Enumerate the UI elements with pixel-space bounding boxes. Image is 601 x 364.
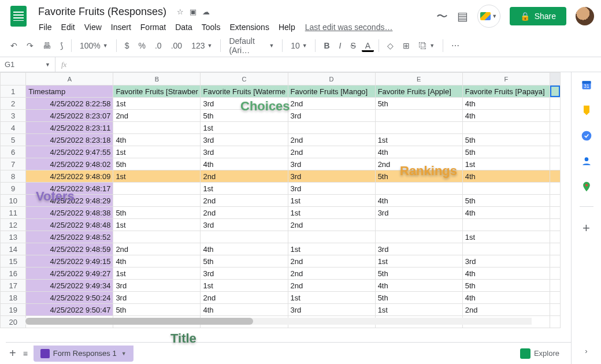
cell[interactable]: 4th xyxy=(462,207,550,219)
cell[interactable]: 4/25/2022 9:49:34 xyxy=(26,280,113,292)
col-header-C[interactable]: C xyxy=(201,73,288,86)
borders-button[interactable]: ⊞ xyxy=(399,39,413,53)
bold-button[interactable]: B xyxy=(320,39,333,53)
cell[interactable] xyxy=(462,122,550,134)
menu-file[interactable]: File xyxy=(35,20,56,34)
cell[interactable]: 4/25/2022 9:48:52 xyxy=(26,231,113,243)
more-toolbar-button[interactable]: ⋯ xyxy=(448,39,463,53)
cell[interactable]: 4/25/2022 9:50:47 xyxy=(26,304,113,316)
cell[interactable]: 3rd xyxy=(288,170,375,183)
name-box[interactable]: G1▼ xyxy=(0,57,55,72)
row-header-18[interactable]: 18 xyxy=(1,292,26,304)
account-avatar[interactable] xyxy=(576,7,594,25)
increase-decimal-button[interactable]: .00 xyxy=(168,39,186,53)
cell[interactable]: 3rd xyxy=(201,146,288,158)
col-header-B[interactable]: B xyxy=(113,73,201,86)
cell[interactable]: 2nd xyxy=(113,110,201,122)
cell[interactable]: 4/25/2022 8:23:07 xyxy=(26,110,113,122)
cell[interactable]: 2nd xyxy=(288,219,375,231)
cell[interactable]: 4/25/2022 9:48:59 xyxy=(26,243,113,255)
menu-format[interactable]: Format xyxy=(136,20,170,34)
row-header-5[interactable]: 5 xyxy=(1,134,26,146)
cell[interactable]: 2nd xyxy=(288,280,375,292)
cell[interactable]: 1st xyxy=(288,243,375,255)
col-header-A[interactable]: A xyxy=(26,73,113,86)
row-header-1[interactable]: 1 xyxy=(1,86,26,98)
italic-button[interactable]: I xyxy=(336,39,345,53)
meet-button[interactable]: ▼ xyxy=(477,5,500,28)
sheet-tab[interactable]: Form Responses 1 ▼ xyxy=(34,346,133,362)
maps-icon[interactable] xyxy=(581,181,592,192)
cell[interactable]: 3rd xyxy=(201,219,288,231)
cell[interactable] xyxy=(113,195,201,207)
cell[interactable]: 4/25/2022 8:22:58 xyxy=(26,98,113,110)
cell[interactable]: 4th xyxy=(201,304,288,316)
cell[interactable]: 2nd xyxy=(201,292,288,304)
cell[interactable] xyxy=(113,183,201,195)
cell[interactable]: 1st xyxy=(462,158,550,170)
row-header-14[interactable]: 14 xyxy=(1,243,26,255)
collapse-panel-icon[interactable]: › xyxy=(585,347,587,355)
cell[interactable]: 5th xyxy=(462,280,550,292)
cell[interactable]: 1st xyxy=(462,231,550,243)
cell[interactable]: 3rd xyxy=(201,134,288,146)
currency-button[interactable]: $ xyxy=(121,39,133,53)
row-header-11[interactable]: 11 xyxy=(1,207,26,219)
cell[interactable]: 4th xyxy=(201,243,288,255)
cell[interactable]: 5th xyxy=(113,158,201,170)
col-header-E[interactable]: E xyxy=(375,73,462,86)
cell[interactable]: Timestamp xyxy=(26,86,113,98)
cell[interactable]: 3rd xyxy=(462,255,550,268)
cell[interactable]: Favorite Fruits [Papaya] xyxy=(462,86,550,98)
calendar-icon[interactable]: 31 xyxy=(581,79,592,91)
cell[interactable]: 4/25/2022 9:47:55 xyxy=(26,146,113,158)
row-header-4[interactable]: 4 xyxy=(1,122,26,134)
font-size-select[interactable]: 10▼ xyxy=(287,39,310,53)
cell[interactable]: 1st xyxy=(201,183,288,195)
paint-format-button[interactable]: ⟆ xyxy=(57,39,66,53)
cell[interactable] xyxy=(375,183,462,195)
cell[interactable]: 4th xyxy=(462,268,550,280)
spreadsheet-grid[interactable]: ABCDEF1TimestampFavorite Fruits [Strawbe… xyxy=(0,72,561,328)
cell[interactable]: 1st xyxy=(201,122,288,134)
cell[interactable]: 5th xyxy=(113,207,201,219)
row-header-10[interactable]: 10 xyxy=(1,195,26,207)
row-header-20[interactable]: 20 xyxy=(1,316,26,328)
cell[interactable]: 1st xyxy=(375,304,462,316)
horizontal-scrollbar[interactable] xyxy=(25,318,532,325)
cell[interactable] xyxy=(462,219,550,231)
add-sheet-button[interactable]: + xyxy=(6,344,20,362)
cell[interactable]: 1st xyxy=(113,146,201,158)
cell[interactable]: 3rd xyxy=(201,268,288,280)
cell[interactable]: 4/25/2022 9:49:15 xyxy=(26,255,113,268)
cell[interactable]: 3rd xyxy=(288,110,375,122)
menu-extensions[interactable]: Extensions xyxy=(225,20,273,34)
menu-tools[interactable]: Tools xyxy=(198,20,225,34)
cell[interactable]: 5th xyxy=(201,255,288,268)
menu-edit[interactable]: Edit xyxy=(57,20,79,34)
cell[interactable]: 4th xyxy=(113,255,201,268)
cell[interactable]: 5th xyxy=(113,304,201,316)
cell[interactable]: 1st xyxy=(113,219,201,231)
row-header-19[interactable]: 19 xyxy=(1,304,26,316)
cell[interactable]: Favorite Fruits [Waterme xyxy=(201,86,288,98)
cell[interactable] xyxy=(288,122,375,134)
cell[interactable] xyxy=(375,219,462,231)
menu-insert[interactable]: Insert xyxy=(107,20,135,34)
cell[interactable]: 4th xyxy=(375,280,462,292)
cell[interactable]: 2nd xyxy=(288,255,375,268)
move-icon[interactable]: ▣ xyxy=(190,8,196,16)
cell[interactable]: 5th xyxy=(462,134,550,146)
cell[interactable] xyxy=(113,122,201,134)
cell[interactable]: 2nd xyxy=(462,304,550,316)
cloud-icon[interactable]: ☁ xyxy=(202,8,210,16)
row-header-7[interactable]: 7 xyxy=(1,158,26,170)
cell[interactable]: 3rd xyxy=(288,304,375,316)
cell[interactable]: 4th xyxy=(462,170,550,183)
cell[interactable]: 3rd xyxy=(113,292,201,304)
cell[interactable]: 1st xyxy=(113,170,201,183)
cell[interactable]: 4/25/2022 8:23:18 xyxy=(26,134,113,146)
row-header-6[interactable]: 6 xyxy=(1,146,26,158)
cell[interactable]: Favorite Fruits [Mango] xyxy=(288,86,375,98)
cell[interactable]: 5th xyxy=(201,110,288,122)
